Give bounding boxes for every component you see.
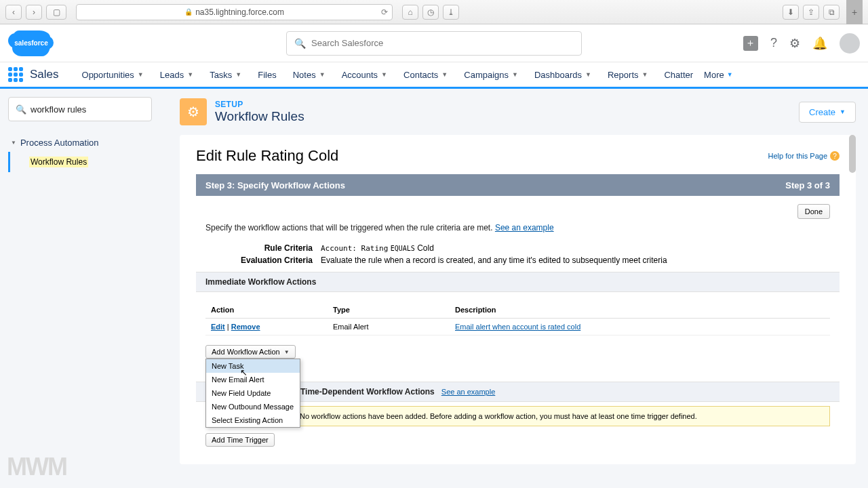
content-panel: Help for this Page? Edit Rule Rating Col… bbox=[180, 135, 856, 464]
sidebar-toggle-button[interactable]: ▢ bbox=[46, 5, 66, 20]
setup-sidebar: 🔍 workflow rules ▼ Process Automation Wo… bbox=[0, 89, 173, 488]
chevron-down-icon: ▼ bbox=[319, 71, 326, 78]
chevron-down-icon: ▼ bbox=[187, 71, 193, 78]
done-button[interactable]: Done bbox=[797, 204, 830, 219]
evaluation-criteria-value: Evaluate the rule when a record is creat… bbox=[321, 256, 830, 265]
salesforce-logo[interactable]: salesforce bbox=[12, 30, 50, 56]
watermark: MWM bbox=[7, 453, 66, 481]
setup-gear-icon[interactable]: ⚙ bbox=[789, 36, 800, 51]
home-button[interactable]: ⌂ bbox=[402, 5, 418, 20]
tree-section-label: Process Automation bbox=[20, 138, 99, 148]
action-description-link[interactable]: Email alert when account is rated cold bbox=[455, 323, 580, 331]
nav-tasks[interactable]: Tasks▼ bbox=[201, 61, 250, 88]
edit-link[interactable]: Edit bbox=[211, 323, 225, 331]
setup-label: SETUP bbox=[215, 100, 304, 109]
tree-item-workflow-rules[interactable]: Workflow Rules bbox=[8, 152, 165, 172]
section-immediate-actions: Immediate Workflow Actions bbox=[196, 272, 840, 292]
global-search-input[interactable] bbox=[286, 31, 582, 56]
nav-dashboards[interactable]: Dashboards▼ bbox=[526, 61, 599, 88]
nav-leads[interactable]: Leads▼ bbox=[152, 61, 201, 88]
app-launcher-button[interactable] bbox=[8, 67, 23, 82]
new-tab-button[interactable]: + bbox=[846, 0, 863, 24]
remove-link[interactable]: Remove bbox=[231, 323, 260, 331]
chevron-down-icon: ▼ bbox=[11, 140, 16, 146]
col-type: Type bbox=[328, 302, 450, 319]
global-actions-button[interactable]: ＋ bbox=[743, 36, 758, 51]
rule-criteria-label: Rule Criteria bbox=[205, 243, 321, 253]
scrollbar[interactable] bbox=[849, 135, 856, 173]
actions-table: Action Type Description Edit | Remove Em… bbox=[205, 302, 830, 336]
see-example-link[interactable]: See an example bbox=[495, 223, 554, 232]
dropdown-select-existing-action[interactable]: Select Existing Action bbox=[206, 413, 300, 427]
add-action-dropdown: New Task ↖ New Email Alert New Field Upd… bbox=[205, 359, 300, 428]
search-icon: 🔍 bbox=[16, 104, 26, 115]
chevron-down-icon: ▼ bbox=[284, 349, 290, 355]
table-row: Edit | Remove Email Alert Email alert wh… bbox=[205, 319, 830, 336]
rule-criteria-value: Cold bbox=[417, 243, 434, 253]
nav-campaigns[interactable]: Campaigns▼ bbox=[456, 61, 526, 88]
chevron-down-icon: ▼ bbox=[585, 71, 591, 78]
evaluation-criteria-label: Evaluation Criteria bbox=[205, 256, 321, 265]
col-action: Action bbox=[205, 302, 328, 319]
search-icon: 🔍 bbox=[294, 38, 306, 49]
address-bar[interactable]: 🔒 na35.lightning.force.com ⟳ bbox=[76, 4, 393, 20]
url-text: na35.lightning.force.com bbox=[195, 7, 284, 17]
chevron-down-icon: ▼ bbox=[840, 108, 846, 115]
quick-find-input[interactable]: 🔍 workflow rules bbox=[8, 97, 152, 121]
app-nav: Sales Opportunities▼ Leads▼ Tasks▼ Files… bbox=[0, 62, 868, 89]
notifications-icon[interactable]: 🔔 bbox=[812, 36, 827, 51]
dropdown-new-field-update[interactable]: New Field Update bbox=[206, 386, 300, 400]
action-type: Email Alert bbox=[328, 319, 450, 336]
nav-chatter[interactable]: Chatter bbox=[656, 61, 701, 88]
quick-find-value: workflow rules bbox=[31, 104, 86, 115]
help-icon[interactable]: ? bbox=[770, 36, 777, 50]
chevron-down-icon: ▼ bbox=[138, 71, 144, 78]
rule-heading: Edit Rule Rating Cold bbox=[196, 147, 840, 165]
avatar[interactable] bbox=[840, 33, 860, 54]
dropdown-new-outbound-message[interactable]: New Outbound Message bbox=[206, 400, 300, 413]
step-progress: Step 3 of 3 bbox=[785, 180, 830, 190]
lock-icon: 🔒 bbox=[184, 8, 193, 16]
nav-contacts[interactable]: Contacts▼ bbox=[395, 61, 456, 88]
help-icon: ? bbox=[830, 151, 840, 161]
step-bar: Step 3: Specify Workflow Actions Step 3 … bbox=[196, 174, 840, 196]
salesforce-header: salesforce 🔍 ＋ ? ⚙ 🔔 bbox=[0, 24, 868, 62]
history-button[interactable]: ◷ bbox=[422, 5, 439, 20]
nav-notes[interactable]: Notes▼ bbox=[285, 61, 334, 88]
chevron-down-icon: ▼ bbox=[642, 71, 648, 78]
create-button[interactable]: Create▼ bbox=[799, 102, 856, 123]
col-description: Description bbox=[450, 302, 830, 319]
tree-section-process-automation[interactable]: ▼ Process Automation bbox=[8, 134, 165, 152]
browser-chrome: ‹ › ▢ 🔒 na35.lightning.force.com ⟳ ⌂ ◷ ⤓… bbox=[0, 0, 868, 24]
forward-button[interactable]: › bbox=[26, 5, 42, 20]
add-workflow-action-button[interactable]: Add Workflow Action▼ bbox=[205, 345, 296, 359]
dropdown-new-email-alert[interactable]: New Email Alert bbox=[206, 373, 300, 386]
back-button[interactable]: ‹ bbox=[5, 5, 22, 20]
add-time-trigger-button[interactable]: Add Time Trigger bbox=[205, 433, 275, 447]
nav-opportunities[interactable]: Opportunities▼ bbox=[74, 61, 152, 88]
nav-accounts[interactable]: Accounts▼ bbox=[334, 61, 395, 88]
download-button[interactable]: ⬇ bbox=[783, 5, 799, 20]
nav-more[interactable]: More▼ bbox=[704, 70, 733, 80]
tabs-button[interactable]: ⧉ bbox=[823, 5, 840, 20]
rule-criteria-field: Account: Rating bbox=[321, 244, 388, 253]
chevron-down-icon: ▼ bbox=[727, 71, 733, 78]
downloads-tray-button[interactable]: ⤓ bbox=[443, 5, 459, 20]
rule-criteria-operator: EQUALS bbox=[391, 245, 415, 252]
share-button[interactable]: ⇪ bbox=[803, 5, 819, 20]
help-link[interactable]: Help for this Page? bbox=[768, 151, 840, 161]
chevron-down-icon: ▼ bbox=[381, 71, 387, 78]
page-title: Workflow Rules bbox=[215, 109, 304, 124]
chevron-down-icon: ▼ bbox=[235, 71, 241, 78]
nav-files[interactable]: Files bbox=[250, 61, 284, 88]
instruction-text: Specify the workflow actions that will b… bbox=[196, 223, 840, 239]
dropdown-new-task[interactable]: New Task bbox=[206, 359, 300, 373]
setup-gear-icon: ⚙ bbox=[180, 98, 207, 125]
tree-item-label: Workflow Rules bbox=[29, 157, 88, 167]
step-title: Step 3: Specify Workflow Actions bbox=[205, 180, 345, 190]
time-dep-see-example-link[interactable]: See an example bbox=[441, 388, 496, 396]
chevron-down-icon: ▼ bbox=[512, 71, 518, 78]
app-name: Sales bbox=[30, 68, 59, 81]
reload-icon[interactable]: ⟳ bbox=[381, 7, 388, 17]
nav-reports[interactable]: Reports▼ bbox=[599, 61, 656, 88]
